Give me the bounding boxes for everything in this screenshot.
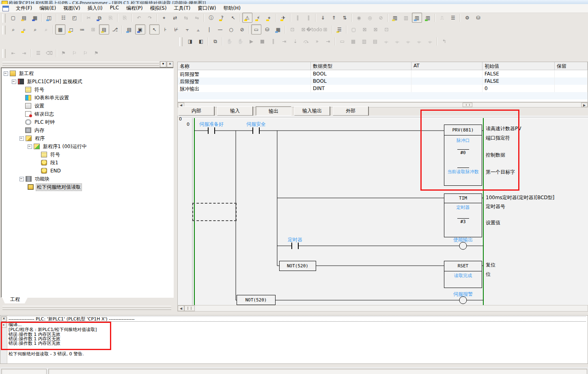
tim-instruction-block[interactable]: TIM 定时器 #3	[444, 193, 482, 237]
trace3-icon[interactable]: ᆠ	[403, 36, 413, 46]
copy-icon[interactable]: ⧉	[95, 13, 105, 23]
chevron-down-icon[interactable]: ▾	[160, 61, 166, 67]
toolbar-grip[interactable]	[179, 37, 183, 46]
prv-operand-1[interactable]: 脉冲口	[444, 138, 482, 144]
breakpoint3-icon[interactable]: ▥	[359, 36, 369, 46]
pause-icon[interactable]: ‖	[304, 13, 314, 23]
transfer-program2-icon[interactable]: ◧	[196, 36, 206, 46]
tree-item-plc-clock[interactable]: PLC 时钟	[1, 118, 173, 126]
coil-nc-icon[interactable]: ⊘	[237, 24, 247, 34]
watch3-icon[interactable]: ⊠	[370, 24, 381, 34]
continuous-run-icon[interactable]: »	[312, 36, 322, 46]
watch-window-icon[interactable]: ☰	[448, 13, 458, 23]
zoom-small-icon[interactable]: ⌕	[8, 24, 18, 34]
tree-item-program-symbols[interactable]: 符号	[1, 150, 173, 159]
pv-monitor-icon[interactable]: ▭	[251, 24, 261, 34]
paste-special-icon[interactable]: ⎘	[120, 13, 130, 23]
pane-split-handle[interactable]	[184, 305, 195, 311]
scroll-right-icon[interactable]: ▶	[581, 103, 588, 107]
flag-next-icon[interactable]: ⚐	[69, 48, 80, 58]
compile-icon[interactable]: ◫	[44, 13, 54, 23]
flag-prev-icon[interactable]: ⚐	[80, 48, 90, 58]
context-help-icon[interactable]: ↖	[228, 13, 238, 23]
col-initial[interactable]: 初始值	[482, 62, 555, 70]
prv-operand-2[interactable]: #0	[444, 150, 482, 155]
tree-item-plc[interactable]: 新PLC1[CP1H] 监视模式	[1, 77, 173, 86]
menu-edit[interactable]: 编辑(E)	[36, 4, 60, 13]
monitor-mode-icon[interactable]: ▥	[390, 13, 400, 23]
prv-operand-3[interactable]: 当前读取脉冲数	[444, 169, 482, 175]
clear-list-icon[interactable]: ⌫	[44, 48, 54, 58]
operand-edit1-icon[interactable]: ⊡	[287, 24, 297, 34]
monitor-2-icon[interactable]: ▥	[401, 13, 411, 23]
var-tab[interactable]: 输入输出	[294, 106, 330, 116]
tree-item-section1[interactable]: 段1	[1, 159, 173, 167]
compile-line[interactable]: 编译...	[9, 322, 22, 327]
prv-title[interactable]: PRV(881)	[444, 125, 482, 135]
zoom-highlight-icon[interactable]: ⌕	[19, 24, 29, 34]
var-tab[interactable]: 输入	[217, 106, 253, 116]
scroll-left-icon[interactable]: ◀	[178, 305, 184, 311]
tree-item-servo-fb[interactable]: 松下伺服绝对值读取	[1, 183, 173, 191]
menu-help[interactable]: 帮助(H)	[220, 4, 244, 13]
tree-item-settings[interactable]: 设置	[1, 102, 173, 110]
step-run-icon[interactable]: ⇥	[279, 36, 289, 46]
download-icon[interactable]: ⇓	[318, 13, 328, 23]
var-tab[interactable]: 输出	[256, 106, 291, 116]
watch2-icon[interactable]: ⊠	[360, 24, 370, 34]
coil-label-enable-output[interactable]: 使能输出	[453, 236, 473, 243]
paste-icon[interactable]: ⎘	[106, 13, 116, 23]
toolbar-grip[interactable]	[2, 26, 6, 34]
tree-item-symbols[interactable]: 符号	[1, 86, 173, 94]
find-symbol-icon[interactable]: ⇄	[170, 13, 180, 23]
tree-item-io-table[interactable]: IO表和单元设置	[1, 94, 173, 102]
table-row[interactable]: 前限报警 BOOL FALSE	[178, 70, 588, 77]
instruction-stack-icon[interactable]: ⛁	[262, 24, 272, 34]
return-icon[interactable]: ↰	[439, 36, 449, 46]
rung-list-icon[interactable]: ≔	[77, 24, 87, 34]
vertical-line-icon[interactable]: |	[204, 24, 214, 34]
differential-icon[interactable]: ⎍	[437, 13, 447, 23]
col-name[interactable]: 名称	[178, 62, 311, 70]
or-contact-no-icon[interactable]: ⫟	[182, 24, 192, 34]
menu-view[interactable]: 视图(V)	[60, 4, 84, 13]
output-panel[interactable]: × ▸ ---------------- PLC: '新PLC1' (PLC机型…	[0, 315, 588, 364]
compile-header-line[interactable]: ---------------- PLC: '新PLC1' (PLC机型 'CP…	[9, 316, 586, 322]
breakpoint1-icon[interactable]: ▭	[337, 36, 347, 46]
project-tab[interactable]: 工程	[2, 296, 28, 303]
compile-error-line[interactable]: 错误:操作数 1 内存区无效	[9, 341, 60, 346]
compile-line[interactable]: [PLC/程序名 : 新PLC1/松下伺服绝对值读取]	[9, 327, 97, 332]
find-replace-icon[interactable]: ⇋	[192, 13, 202, 23]
breakpoint2-icon[interactable]: ▦	[348, 36, 358, 46]
indent-icon[interactable]: ⇥	[19, 48, 29, 58]
menu-insert[interactable]: 插入(I)	[84, 4, 106, 13]
tree-bottom-gripper[interactable]	[1, 305, 173, 310]
trace1-icon[interactable]: ᆠ	[381, 36, 391, 46]
mdi-child-icon[interactable]	[2, 6, 9, 11]
transfer-program-icon[interactable]: ◨	[185, 36, 195, 46]
tree-item-memory[interactable]: 内存	[1, 126, 173, 134]
trace2-icon[interactable]: ᆠ	[392, 36, 402, 46]
online-edit-icon[interactable]: ✋	[224, 36, 235, 46]
online-edit-send-icon[interactable]: ✋	[235, 36, 246, 46]
verify-icon[interactable]: ⇅	[340, 13, 350, 23]
calendar-icon[interactable]: ▦	[273, 24, 283, 34]
rset-operand-1[interactable]: 读取完成	[444, 273, 482, 279]
trace5-icon[interactable]: ᆠ	[425, 36, 435, 46]
flag-clear-icon[interactable]: ⚑	[91, 48, 101, 58]
zoom-in-icon[interactable]: ⌕	[30, 24, 40, 34]
or-contact-nc-icon[interactable]: ⫠	[193, 24, 203, 34]
menu-program[interactable]: 编程(P)	[123, 4, 146, 13]
close-icon[interactable]: ×	[1, 316, 6, 322]
expander-icon[interactable]	[4, 71, 8, 76]
menu-window[interactable]: 窗口(W)	[194, 4, 220, 13]
menu-plc[interactable]: PLC	[106, 4, 123, 13]
trace4-icon[interactable]: ᆠ	[414, 36, 424, 46]
tree-gripper[interactable]: ▾ ×	[1, 61, 175, 67]
watch4-icon[interactable]: ⊡	[381, 24, 392, 34]
print-preview-icon[interactable]: ◰	[69, 13, 80, 23]
outdent-icon[interactable]: ⇤	[8, 48, 18, 58]
table-row[interactable]: 后限报警 BOOL FALSE	[178, 77, 588, 85]
cut-icon[interactable]: ✂	[84, 13, 94, 23]
redo-icon[interactable]: ↷	[145, 13, 155, 23]
